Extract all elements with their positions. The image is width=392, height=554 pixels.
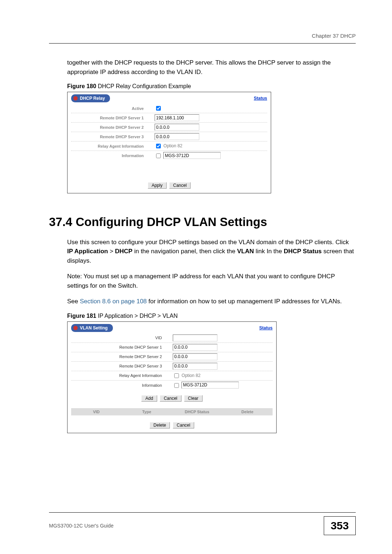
p1-c: in the navigation panel, then click the bbox=[132, 248, 237, 255]
nav-dhcp-status: DHCP Status bbox=[284, 248, 322, 255]
vlan-setting-tab[interactable]: VLAN Setting bbox=[71, 324, 113, 332]
figure-181-num: Figure 181 bbox=[67, 313, 96, 319]
figure-181-box: VLAN Setting Status VID Remote DHCP Serv… bbox=[67, 321, 277, 433]
th-dhcp-status: DHCP Status bbox=[172, 410, 222, 414]
page-number: 353 bbox=[324, 516, 356, 535]
p2-a: See bbox=[67, 298, 80, 305]
figure-180-caption: Figure 180 DHCP Relay Configuration Exam… bbox=[67, 83, 356, 90]
dhcp-relay-tab[interactable]: DHCP Relay bbox=[71, 94, 110, 102]
option82-label: Option 82 bbox=[163, 143, 182, 148]
server1-input[interactable] bbox=[155, 114, 199, 121]
server3-label-181: Remote DHCP Server 3 bbox=[71, 364, 173, 368]
nav-ip-application: IP Application bbox=[67, 248, 108, 255]
server2-label: Remote DHCP Server 2 bbox=[71, 125, 155, 130]
server3-label: Remote DHCP Server 3 bbox=[71, 135, 155, 139]
section-title: 37.4 Configuring DHCP VLAN Settings bbox=[49, 215, 356, 229]
vid-label: VID bbox=[71, 336, 173, 340]
info-input[interactable] bbox=[163, 152, 221, 159]
server1-input-181[interactable] bbox=[173, 344, 217, 351]
p2-b: for information on how to set up managem… bbox=[147, 298, 342, 305]
th-type: Type bbox=[122, 410, 172, 414]
figure-181-caption-text: IP Application > DHCP > VLAN bbox=[96, 313, 177, 319]
nav-vlan: VLAN bbox=[237, 248, 254, 255]
p1-a: Use this screen to configure your DHCP s… bbox=[67, 239, 349, 246]
option82-checkbox-181[interactable] bbox=[174, 373, 179, 378]
info-checkbox[interactable] bbox=[156, 153, 161, 158]
cancel-button-181b[interactable]: Cancel bbox=[173, 422, 194, 428]
p1-d: link In the bbox=[254, 248, 283, 255]
tab-dot-icon bbox=[73, 326, 78, 330]
server2-label-181: Remote DHCP Server 2 bbox=[71, 354, 173, 359]
info-label: Information bbox=[71, 153, 155, 158]
apply-button[interactable]: Apply bbox=[148, 182, 167, 189]
tab-dot-icon bbox=[73, 96, 78, 100]
delete-button[interactable]: Delete bbox=[150, 422, 170, 428]
footer-guide-name: MGS3700-12C User's Guide bbox=[49, 523, 114, 529]
option82-checkbox[interactable] bbox=[156, 144, 161, 148]
status-link-2[interactable]: Status bbox=[259, 325, 273, 331]
th-vid: VID bbox=[71, 410, 122, 414]
figure-180-box: DHCP Relay Status Active Remote DHCP Ser… bbox=[67, 92, 271, 193]
note-paragraph: Note: You must set up a management IP ad… bbox=[67, 272, 356, 290]
cancel-button-181[interactable]: Cancel bbox=[160, 395, 181, 402]
rai-label-181: Relay Agent Information bbox=[71, 373, 173, 378]
figure-180-caption-text: DHCP Relay Configuration Example bbox=[96, 83, 191, 89]
vlan-table-header: VID Type DHCP Status Delete bbox=[71, 408, 273, 415]
server3-input[interactable] bbox=[155, 133, 199, 140]
server2-input-181[interactable] bbox=[173, 353, 217, 360]
status-link[interactable]: Status bbox=[254, 96, 267, 101]
vlan-setting-tab-label: VLAN Setting bbox=[80, 325, 108, 331]
th-delete: Delete bbox=[222, 410, 273, 414]
p1-b: > bbox=[108, 248, 115, 255]
figure-181-caption: Figure 181 IP Application > DHCP > VLAN bbox=[67, 313, 356, 319]
rai-label: Relay Agent Information bbox=[71, 144, 155, 148]
intro-paragraph: together with the DHCP requests to the D… bbox=[67, 58, 356, 77]
cancel-button[interactable]: Cancel bbox=[169, 182, 191, 189]
clear-button[interactable]: Clear bbox=[184, 395, 203, 402]
dhcp-relay-tab-label: DHCP Relay bbox=[80, 96, 105, 101]
server2-input[interactable] bbox=[155, 124, 199, 131]
chapter-header: Chapter 37 DHCP bbox=[49, 33, 356, 44]
active-label: Active bbox=[71, 106, 155, 111]
server1-label: Remote DHCP Server 1 bbox=[71, 116, 155, 120]
server3-input-181[interactable] bbox=[173, 363, 217, 370]
server1-label-181: Remote DHCP Server 1 bbox=[71, 345, 173, 349]
info-checkbox-181[interactable] bbox=[174, 383, 179, 388]
info-label-181: Information bbox=[71, 383, 173, 387]
vid-input[interactable] bbox=[173, 335, 217, 341]
active-checkbox[interactable] bbox=[156, 106, 161, 111]
page-footer: MGS3700-12C User's Guide 353 bbox=[49, 512, 356, 535]
section-para1: Use this screen to configure your DHCP s… bbox=[67, 238, 356, 266]
nav-dhcp: DHCP bbox=[115, 248, 132, 255]
add-button[interactable]: Add bbox=[141, 395, 157, 402]
section-link[interactable]: Section 8.6 on page 108 bbox=[80, 298, 147, 305]
figure-180-num: Figure 180 bbox=[67, 83, 96, 89]
info-input-181[interactable] bbox=[181, 382, 239, 389]
option82-label-181: Option 82 bbox=[181, 373, 200, 378]
section-para2: See Section 8.6 on page 108 for informat… bbox=[67, 297, 356, 306]
